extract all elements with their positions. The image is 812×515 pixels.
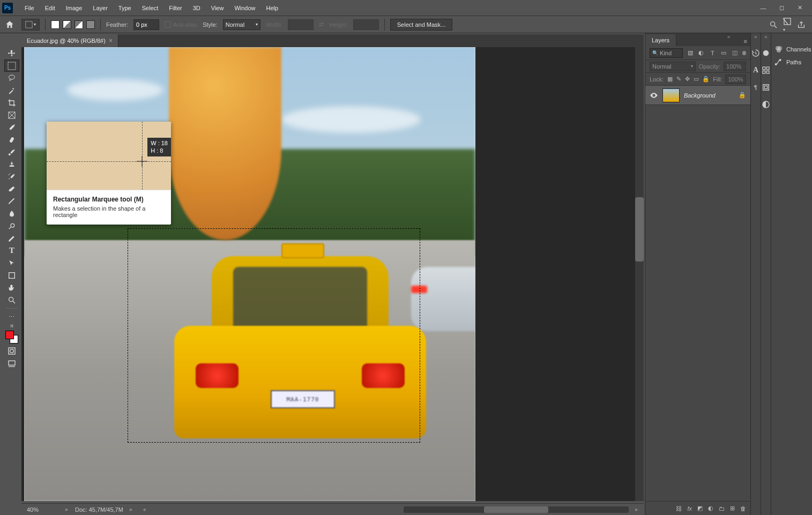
menu-type[interactable]: Type — [113, 2, 137, 14]
type-tool[interactable]: T — [4, 244, 19, 257]
magic-wand-tool[interactable] — [4, 84, 19, 96]
menu-file[interactable]: File — [19, 2, 40, 14]
document-tab[interactable]: Ecuador.jpg @ 40% (RGB/8#) × — [21, 34, 118, 47]
layer-row[interactable]: Background 🔒 — [645, 86, 750, 105]
swap-colors-icon[interactable]: ⤭ — [10, 323, 14, 329]
healing-brush-tool[interactable] — [4, 133, 19, 146]
lock-position-icon[interactable]: ✥ — [684, 76, 690, 83]
move-tool[interactable] — [4, 47, 19, 59]
home-button[interactable] — [3, 18, 16, 31]
new-group-icon[interactable]: 🗀 — [719, 505, 725, 512]
filter-type-icon[interactable]: T — [709, 49, 717, 57]
edit-toolbar-button[interactable]: ⋯ — [4, 311, 19, 323]
menu-layer[interactable]: Layer — [87, 2, 113, 14]
close-icon[interactable]: × — [109, 37, 113, 44]
search-icon[interactable] — [769, 20, 778, 29]
character-icon[interactable]: A — [751, 65, 761, 75]
brush-tool[interactable] — [4, 146, 19, 158]
tooltip-preview: W : 18 H : 8 — [47, 122, 171, 190]
menu-image[interactable]: Image — [61, 2, 88, 14]
selection-subtract-icon[interactable] — [75, 20, 83, 29]
pen-tool[interactable] — [4, 232, 19, 244]
lasso-tool[interactable] — [4, 72, 19, 84]
window-minimize-icon[interactable]: — — [758, 3, 768, 13]
share-icon[interactable] — [797, 20, 806, 29]
svg-rect-5 — [8, 62, 16, 70]
hand-tool[interactable] — [4, 281, 19, 294]
clone-stamp-tool[interactable] — [4, 158, 19, 170]
menu-3d[interactable]: 3D — [188, 2, 206, 14]
window-close-icon[interactable]: ✕ — [795, 3, 804, 13]
workspace-switcher-icon[interactable]: ▾ — [783, 17, 792, 32]
rectangle-tool[interactable] — [4, 269, 19, 281]
select-and-mask-button[interactable]: Select and Mask... — [390, 19, 453, 31]
selection-intersect-icon[interactable] — [86, 20, 95, 29]
scrollbar-thumb[interactable] — [635, 197, 644, 262]
menu-help[interactable]: Help — [261, 2, 284, 14]
filter-toggle-icon[interactable] — [742, 51, 746, 55]
feather-input[interactable] — [133, 19, 159, 30]
menu-window[interactable]: Window — [229, 2, 260, 14]
gradient-tool[interactable] — [4, 195, 19, 207]
menu-edit[interactable]: Edit — [40, 2, 61, 14]
tab-channels[interactable]: Channels — [771, 43, 812, 56]
filter-pixel-icon[interactable]: ▧ — [686, 49, 694, 57]
libraries-icon[interactable] — [761, 83, 771, 92]
document-tab-title: Ecuador.jpg @ 40% (RGB/8#) — [27, 38, 106, 44]
paragraph-icon[interactable]: ¶ — [751, 83, 761, 92]
svg-rect-15 — [9, 348, 15, 354]
new-layer-icon[interactable]: ⊞ — [730, 505, 735, 512]
link-layers-icon[interactable]: ⛓ — [676, 505, 682, 512]
fx-icon[interactable]: fx — [687, 505, 692, 512]
color-swatches[interactable] — [4, 330, 19, 345]
current-tool-indicator[interactable]: ▾ — [21, 19, 40, 31]
foreground-color-swatch[interactable] — [5, 331, 14, 339]
adjustments-icon[interactable] — [761, 100, 771, 109]
channels-icon — [774, 45, 783, 54]
eyedropper-tool[interactable] — [4, 121, 19, 133]
collapse-icon[interactable]: « — [771, 34, 812, 40]
zoom-tool[interactable] — [4, 294, 19, 306]
style-select[interactable]: Normal▾ — [223, 19, 260, 30]
delete-layer-icon[interactable]: 🗑 — [740, 505, 746, 512]
menu-filter[interactable]: Filter — [163, 2, 187, 14]
history-brush-tool[interactable] — [4, 170, 19, 183]
crop-tool[interactable] — [4, 96, 19, 109]
horizontal-scrollbar[interactable] — [404, 506, 629, 513]
lock-transparency-icon[interactable]: ▩ — [667, 76, 673, 83]
tab-paths[interactable]: Paths — [771, 56, 812, 69]
layer-name[interactable]: Background — [684, 92, 734, 99]
color-icon[interactable] — [761, 48, 771, 58]
new-adjustment-icon[interactable]: ◐ — [708, 505, 713, 512]
layer-thumbnail[interactable] — [662, 88, 680, 102]
history-icon[interactable] — [751, 48, 761, 58]
eraser-tool[interactable] — [4, 183, 19, 195]
scrollbar-thumb[interactable] — [484, 506, 548, 513]
filter-adjust-icon[interactable]: ◐ — [697, 49, 705, 57]
vertical-scrollbar[interactable] — [635, 47, 644, 501]
selection-new-icon[interactable] — [51, 20, 59, 29]
lock-pixels-icon[interactable]: ✎ — [676, 76, 682, 83]
frame-tool[interactable] — [4, 109, 19, 121]
visibility-icon[interactable] — [650, 91, 658, 100]
menu-view[interactable]: View — [206, 2, 229, 14]
dodge-tool[interactable] — [4, 220, 19, 232]
document-canvas[interactable]: MAA-1770 — [24, 47, 475, 501]
zoom-level[interactable]: 40% — [27, 506, 59, 513]
filter-shape-icon[interactable]: ▭ — [720, 49, 728, 57]
filter-smart-icon[interactable]: ◫ — [731, 49, 739, 57]
rectangular-marquee-tool[interactable] — [4, 59, 19, 72]
swatches-icon[interactable] — [761, 65, 771, 75]
screen-mode-toggle[interactable] — [4, 357, 19, 369]
menu-select[interactable]: Select — [137, 2, 164, 14]
blur-tool[interactable] — [4, 207, 19, 220]
lock-all-icon[interactable]: 🔒 — [702, 76, 710, 83]
lock-artboard-icon[interactable]: ▭ — [694, 76, 699, 83]
width-label: Width: — [266, 21, 282, 28]
path-selection-tool[interactable] — [4, 257, 19, 269]
quick-mask-toggle[interactable] — [4, 345, 19, 357]
window-restore-icon[interactable]: ◻ — [777, 3, 786, 13]
layer-filter-kind[interactable]: 🔍 Kind — [650, 48, 683, 58]
add-mask-icon[interactable]: ◩ — [697, 505, 703, 512]
selection-add-icon[interactable] — [63, 20, 71, 29]
